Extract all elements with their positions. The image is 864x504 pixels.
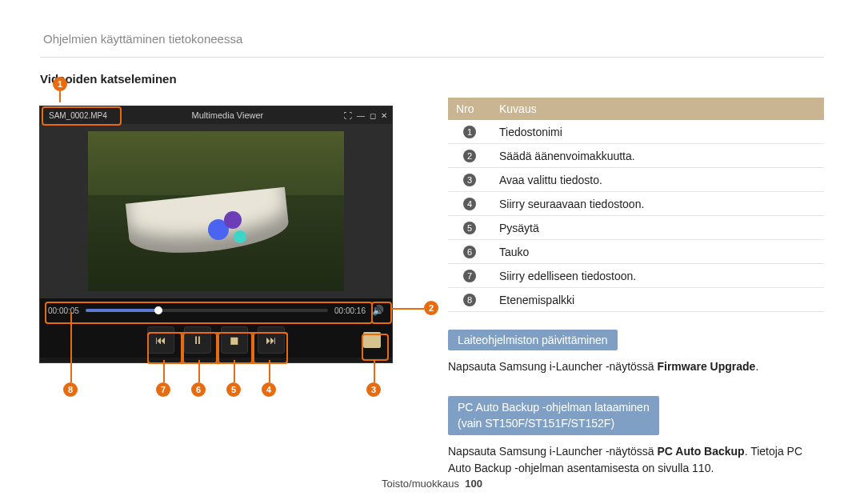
progress-area: 00:00:05 00:00:16 🔊 (40, 298, 392, 322)
backup-heading-line1: PC Auto Backup -ohjelman lataaminen (458, 401, 650, 414)
footer-page: 100 (465, 478, 482, 490)
row-desc-2: Säädä äänenvoimakkuutta. (491, 144, 824, 168)
viewer-titlebar: SAM_0002.MP4 Multimedia Viewer ⛶ — ◻ ✕ (40, 106, 392, 124)
boat-shape (126, 187, 290, 260)
multimedia-viewer: SAM_0002.MP4 Multimedia Viewer ⛶ — ◻ ✕ (40, 106, 392, 362)
th-nro: Nro (448, 98, 491, 120)
callout-8: 8 (63, 382, 78, 397)
row-num-7: 7 (463, 270, 476, 282)
minimize-icon[interactable]: — (357, 111, 365, 120)
callout-4: 4 (262, 382, 276, 397)
callout-5: 5 (226, 382, 241, 397)
sphere-teal (234, 230, 246, 243)
pause-button[interactable]: ⏸ (184, 326, 211, 354)
th-kuvaus: Kuvaus (491, 98, 824, 120)
sphere-purple (224, 211, 242, 229)
row-num-4: 4 (463, 198, 476, 210)
row-desc-5: Pysäytä (491, 216, 824, 240)
breadcrumb: Ohjelmien käyttäminen tietokoneessa (43, 32, 824, 46)
callout-line-6 (198, 360, 200, 382)
video-canvas (40, 124, 392, 298)
footer-section: Toisto/muokkaus (382, 478, 459, 490)
row-desc-3: Avaa valittu tiedosto. (491, 168, 824, 192)
row-desc-7: Siirry edelliseen tiedostoon. (491, 264, 824, 288)
callout-7: 7 (156, 382, 170, 397)
controls-bar: ⏮ ⏸ ◼ ⏭ (40, 322, 392, 358)
callout-6: 6 (191, 382, 206, 397)
time-elapsed: 00:00:05 (48, 306, 79, 315)
backup-text-pre: Napsauta Samsung i-Launcher -näytössä (448, 445, 657, 458)
progress-knob[interactable] (154, 306, 162, 314)
row-desc-1: Tiedostonimi (491, 120, 824, 144)
right-column: Nro Kuvaus 1 Tiedostonimi 2 Säädä äänenv… (448, 72, 824, 477)
stop-button[interactable]: ◼ (221, 326, 248, 354)
volume-icon[interactable]: 🔊 (372, 305, 384, 316)
backup-heading-line2: (vain ST150F/ST151F/ST152F) (458, 417, 614, 430)
table-row: 2 Säädä äänenvoimakkuutta. (448, 144, 824, 168)
divider (40, 57, 824, 58)
callout-3: 3 (366, 382, 381, 397)
maximize-icon[interactable]: ◻ (370, 111, 376, 120)
row-num-2: 2 (463, 150, 476, 162)
firmware-text-post: . (755, 360, 758, 373)
callout-line-4 (269, 360, 270, 382)
table-row: 6 Tauko (448, 240, 824, 264)
next-button[interactable]: ⏭ (258, 326, 285, 354)
time-total: 00:00:16 (334, 306, 366, 315)
left-column: Videoiden katseleminen 1 SAM_0002.MP4 Mu… (40, 72, 424, 477)
fullscreen-icon[interactable]: ⛶ (344, 111, 352, 120)
row-num-5: 5 (463, 222, 476, 234)
backup-heading: PC Auto Backup -ohjelman lataaminen (vai… (448, 396, 659, 435)
row-desc-4: Siirry seuraavaan tiedostoon. (491, 192, 824, 216)
backup-text-bold: PC Auto Backup (657, 445, 744, 458)
row-num-1: 1 (463, 126, 476, 138)
row-desc-8: Etenemispalkki (491, 288, 824, 312)
table-row: 4 Siirry seuraavaan tiedostoon. (448, 192, 824, 216)
table-row: 7 Siirry edelliseen tiedostoon. (448, 264, 824, 288)
prev-button[interactable]: ⏮ (147, 326, 174, 354)
firmware-heading: Laiteohjelmiston päivittäminen (448, 330, 618, 350)
callout-line-3 (374, 360, 375, 382)
row-num-3: 3 (463, 174, 476, 186)
left-heading: Videoiden katseleminen (40, 72, 424, 86)
callout-line-5 (234, 360, 235, 382)
close-icon[interactable]: ✕ (381, 111, 387, 120)
callout-line-8 (70, 312, 72, 382)
callout-2: 2 (424, 301, 438, 315)
callout-line-7 (163, 360, 165, 382)
firmware-text: Napsauta Samsung i-Launcher -näytössä Fi… (448, 358, 824, 375)
window-icons: ⛶ — ◻ ✕ (344, 111, 387, 120)
firmware-text-bold: Firmware Upgrade (657, 360, 755, 373)
row-num-6: 6 (463, 246, 476, 258)
progress-fill (86, 309, 158, 312)
page-footer: Toisto/muokkaus 100 (0, 478, 864, 490)
callout-table: Nro Kuvaus 1 Tiedostonimi 2 Säädä äänenv… (448, 98, 824, 312)
row-desc-6: Tauko (491, 240, 824, 264)
callout-line-2 (392, 308, 424, 310)
callout-1: 1 (53, 77, 67, 91)
open-folder-button[interactable] (363, 332, 381, 348)
table-row: 3 Avaa valittu tiedosto. (448, 168, 824, 192)
backup-text: Napsauta Samsung i-Launcher -näytössä PC… (448, 443, 824, 477)
filename-label: SAM_0002.MP4 (45, 110, 111, 122)
callout-line-1 (59, 91, 61, 102)
table-row: 8 Etenemispalkki (448, 288, 824, 312)
table-row: 1 Tiedostonimi (448, 120, 824, 144)
video-frame (88, 131, 344, 291)
progress-bar[interactable] (86, 309, 328, 312)
table-row: 5 Pysäytä (448, 216, 824, 240)
row-num-8: 8 (463, 294, 476, 306)
viewer-title: Multimedia Viewer (111, 110, 344, 120)
firmware-text-pre: Napsauta Samsung i-Launcher -näytössä (448, 360, 657, 373)
